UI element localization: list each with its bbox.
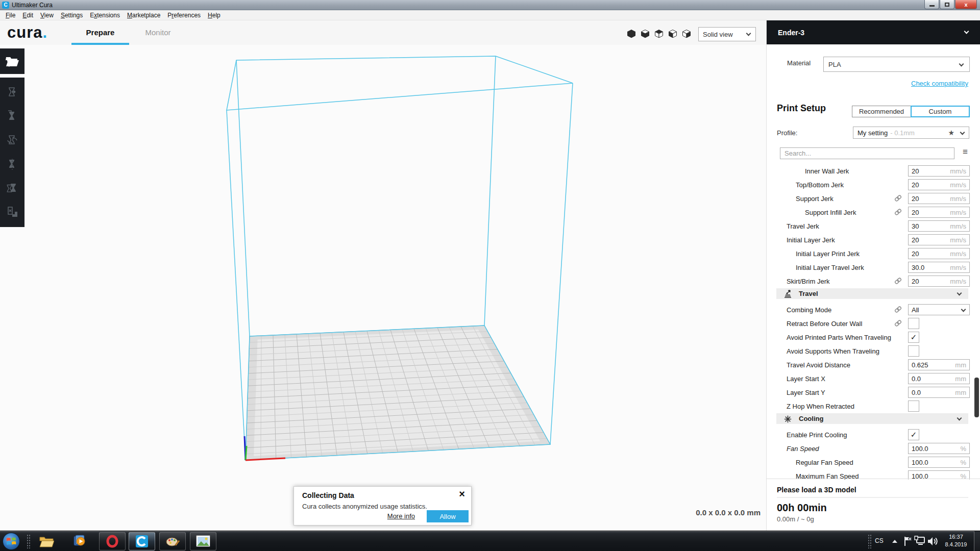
setting-value-input[interactable]: 30.0mm/s bbox=[908, 262, 970, 273]
setting-value-input[interactable]: 0.0mm bbox=[908, 387, 970, 398]
menu-extensions[interactable]: Extensions bbox=[86, 12, 124, 19]
setting-dropdown[interactable]: All bbox=[908, 304, 970, 315]
recommended-mode-button[interactable]: Recommended bbox=[852, 106, 911, 117]
value: 0.625 bbox=[912, 361, 928, 369]
taskbar-start-button[interactable] bbox=[3, 533, 20, 550]
menu-preferences[interactable]: Preferences bbox=[164, 12, 204, 19]
menu-marketplace[interactable]: Marketplace bbox=[124, 12, 164, 19]
setting-value-input[interactable]: 30mm/s bbox=[908, 220, 970, 232]
minimize-button[interactable] bbox=[924, 0, 939, 9]
profile-name: My setting bbox=[857, 129, 888, 137]
setting-value-input[interactable]: 20mm/s bbox=[908, 179, 970, 190]
tab-prepare[interactable]: Prepare bbox=[71, 20, 129, 45]
view-3d-icon[interactable] bbox=[627, 29, 636, 38]
more-info-link[interactable]: More info bbox=[387, 512, 415, 520]
setting-checkbox[interactable] bbox=[908, 345, 919, 357]
setting-label: Initial Layer Travel Jerk bbox=[796, 264, 864, 271]
profile-dropdown[interactable]: My setting - 0.1mm ★ bbox=[853, 127, 969, 139]
view-top-icon[interactable] bbox=[654, 29, 664, 38]
taskbar-opera-button[interactable] bbox=[99, 532, 126, 550]
action-center-flag-icon[interactable] bbox=[901, 536, 914, 547]
close-button[interactable]: x bbox=[955, 0, 977, 9]
menu-settings[interactable]: Settings bbox=[57, 12, 86, 19]
camera-view-buttons bbox=[627, 29, 691, 38]
view-right-icon[interactable] bbox=[682, 29, 691, 38]
setting-value-input[interactable]: 0.625mm bbox=[908, 359, 970, 370]
profile-label: Profile: bbox=[777, 129, 797, 137]
setting-value-input[interactable]: 20mm/s bbox=[908, 276, 970, 287]
show-hidden-icons-button[interactable] bbox=[892, 540, 897, 543]
menu-edit[interactable]: Edit bbox=[19, 12, 37, 19]
menu-bar: FileEditViewSettingsExtensionsMarketplac… bbox=[0, 10, 980, 20]
link-icon bbox=[894, 277, 902, 287]
check-compatibility-link[interactable]: Check compatibility bbox=[911, 80, 968, 87]
volume-icon[interactable] bbox=[926, 536, 938, 547]
section-cooling[interactable]: Cooling bbox=[776, 413, 968, 424]
machine-selector[interactable]: Ender-3 bbox=[767, 20, 980, 44]
chevron-down-icon bbox=[957, 291, 962, 296]
view-left-icon[interactable] bbox=[668, 29, 677, 38]
stage-tabs: PrepareMonitor bbox=[71, 20, 187, 45]
value: 100.0 bbox=[912, 445, 928, 453]
taskbar-image-viewer-button[interactable] bbox=[190, 532, 216, 550]
star-icon[interactable]: ★ bbox=[948, 129, 954, 137]
show-desktop-button[interactable] bbox=[974, 531, 980, 551]
allow-button[interactable]: Allow bbox=[427, 510, 469, 522]
material-usage-estimate: 0.00m / ~ 0g bbox=[777, 515, 814, 523]
setting-label: Layer Start Y bbox=[787, 389, 825, 396]
setting-value-input[interactable]: 20mm/s bbox=[908, 248, 970, 259]
setting-checkbox[interactable]: ✓ bbox=[908, 332, 919, 343]
unit: mm/s bbox=[950, 209, 966, 216]
taskbar-clock[interactable]: 16:37 8.4.2019 bbox=[940, 533, 972, 548]
setting-value-input[interactable]: 100.0% bbox=[908, 443, 970, 454]
value: 20 bbox=[912, 195, 919, 203]
menu-view[interactable]: View bbox=[37, 12, 57, 19]
restore-button[interactable] bbox=[940, 0, 954, 9]
section-label: Travel bbox=[799, 290, 818, 297]
menu-file[interactable]: File bbox=[2, 12, 19, 19]
setting-value-input[interactable]: 20mm/s bbox=[908, 193, 970, 204]
setting-row: Z Hop When Retracted bbox=[767, 399, 980, 413]
dialog-close-icon[interactable]: × bbox=[459, 488, 465, 500]
tab-monitor[interactable]: Monitor bbox=[129, 20, 187, 45]
settings-filter-menu-icon[interactable]: ≡ bbox=[963, 147, 968, 157]
setting-value-input[interactable]: 20mm/s bbox=[908, 234, 970, 245]
language-indicator[interactable]: CS bbox=[875, 537, 884, 544]
material-dropdown[interactable]: PLA bbox=[823, 57, 970, 72]
setting-row: Combing ModeAll bbox=[767, 303, 980, 317]
link-icon bbox=[894, 194, 902, 204]
setting-label: Avoid Supports When Traveling bbox=[787, 347, 879, 355]
network-icon[interactable] bbox=[914, 536, 926, 547]
settings-scrollbar[interactable] bbox=[974, 378, 979, 417]
view-front-icon[interactable] bbox=[641, 29, 650, 38]
custom-mode-button[interactable]: Custom bbox=[911, 106, 970, 117]
unit: mm/s bbox=[950, 222, 966, 230]
unit: mm/s bbox=[950, 167, 966, 175]
settings-list: Inner Wall Jerk20mm/sTop/Bottom Jerk20mm… bbox=[767, 164, 980, 480]
profile-suffix: - 0.1mm bbox=[890, 129, 915, 137]
setting-checkbox[interactable]: ✓ bbox=[908, 429, 919, 440]
taskbar-paint-button[interactable] bbox=[159, 532, 186, 550]
setting-value-input[interactable]: 20mm/s bbox=[908, 207, 970, 218]
view-mode-dropdown[interactable]: Solid view bbox=[698, 27, 756, 41]
setting-row: Retract Before Outer Wall bbox=[767, 317, 980, 331]
setting-label: Enable Print Cooling bbox=[787, 431, 847, 439]
setting-value-input[interactable]: 100.0% bbox=[908, 457, 970, 468]
setting-checkbox[interactable] bbox=[908, 318, 919, 329]
build-volume-viewport[interactable] bbox=[0, 45, 766, 531]
material-value: PLA bbox=[828, 61, 841, 68]
value: 20 bbox=[912, 167, 919, 175]
taskbar-windows-explorer-icon[interactable] bbox=[38, 533, 55, 549]
search-input[interactable]: Search... bbox=[780, 147, 954, 159]
section-travel[interactable]: Travel bbox=[776, 288, 968, 299]
setting-value-input[interactable]: 0.0mm bbox=[908, 373, 970, 384]
taskbar-windows-media-player-icon[interactable] bbox=[70, 533, 88, 549]
taskbar-cura-button[interactable] bbox=[129, 532, 155, 550]
setting-value-input[interactable]: 20mm/s bbox=[908, 165, 970, 177]
setting-label: Layer Start X bbox=[787, 375, 825, 383]
setting-checkbox[interactable] bbox=[908, 400, 919, 412]
taskbar-grip bbox=[27, 534, 31, 548]
menu-help[interactable]: Help bbox=[204, 12, 224, 19]
unit: mm/s bbox=[950, 195, 966, 203]
travel-icon bbox=[783, 290, 793, 298]
